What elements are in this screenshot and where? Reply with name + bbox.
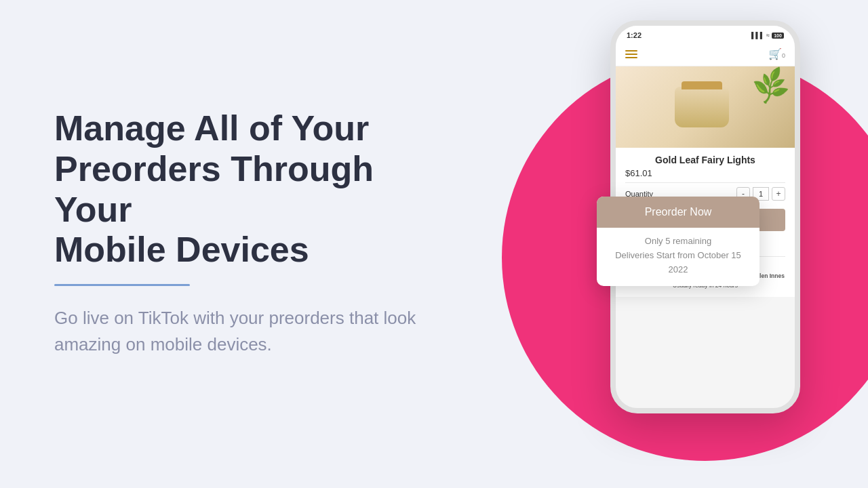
golden-leaf-decoration: 🌿 xyxy=(749,66,792,106)
phone-status-icons: ▌▌▌ ≈ 100 xyxy=(751,32,784,39)
battery-icon: 100 xyxy=(772,33,784,39)
phone-nav-bar: 🛒0 xyxy=(616,42,795,66)
floating-preorder-card: Preorder Now Only 5 remaining Deliveries… xyxy=(597,197,760,286)
floating-delivery-date: Deliveries Start from October 15 2022 xyxy=(608,249,749,277)
product-image: 🌿 xyxy=(616,66,795,148)
product-name: Gold Leaf Fairy Lights xyxy=(625,155,785,165)
main-heading: Manage All of Your Preorders Through You… xyxy=(54,108,434,270)
floating-preorder-button[interactable]: Preorder Now xyxy=(597,197,760,228)
wifi-icon: ≈ xyxy=(766,32,770,39)
product-image-content: 🌿 xyxy=(616,66,795,148)
phone-mockup-area: 1:22 ▌▌▌ ≈ 100 🛒0 🌿 xyxy=(610,20,800,413)
floating-remaining-text: Only 5 remaining xyxy=(608,235,749,249)
hamburger-menu-icon[interactable] xyxy=(625,50,637,58)
cart-icon[interactable]: 🛒0 xyxy=(768,47,785,60)
quantity-increase-btn[interactable]: + xyxy=(772,187,785,201)
floating-delivery-info: Only 5 remaining Deliveries Start from O… xyxy=(597,228,760,286)
left-content: Manage All of Your Preorders Through You… xyxy=(54,108,434,358)
phone-time: 1:22 xyxy=(627,31,642,39)
heading-underline xyxy=(54,284,190,286)
sub-text: Go live on TikTok with your preorders th… xyxy=(54,305,434,358)
phone-top-bar: 1:22 ▌▌▌ ≈ 100 xyxy=(616,26,795,42)
signal-icon: ▌▌▌ xyxy=(751,32,764,39)
product-price: $61.01 xyxy=(625,168,785,183)
cart-count: 0 xyxy=(782,52,785,59)
product-jar-visual xyxy=(675,87,729,127)
